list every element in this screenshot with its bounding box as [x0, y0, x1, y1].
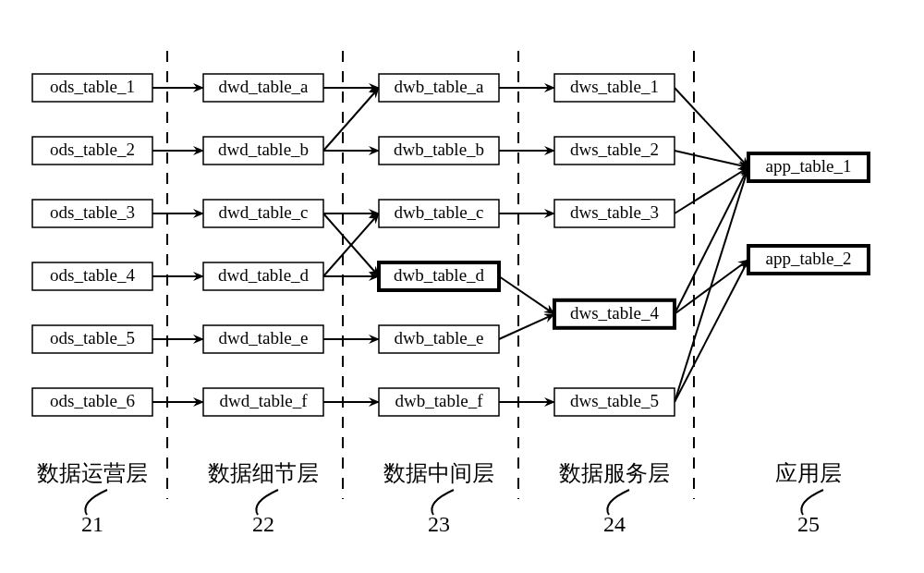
svg-text:dwd_table_d: dwd_table_d	[218, 265, 310, 285]
node-ods_table_4: ods_table_4	[32, 262, 152, 290]
layer-num-ods: 21	[81, 512, 103, 536]
svg-text:dwd_table_f: dwd_table_f	[220, 391, 309, 410]
edge-dws.4-app.0	[675, 167, 748, 402]
svg-text:dwb_table_a: dwb_table_a	[394, 77, 484, 96]
edge-dws.4-app.1	[675, 260, 748, 402]
node-dws_table_3: dws_table_3	[554, 200, 675, 227]
node-ods_table_3: ods_table_3	[32, 200, 152, 227]
node-dwb_table_d: dwb_table_d	[379, 262, 499, 290]
svg-text:dwb_table_d: dwb_table_d	[394, 265, 485, 285]
node-ods_table_1: ods_table_1	[32, 74, 152, 102]
leader-dwd	[256, 490, 278, 515]
svg-text:ods_table_3: ods_table_3	[50, 202, 135, 222]
edge-dwb.4-dws.3	[499, 314, 554, 339]
node-ods_table_6: ods_table_6	[32, 388, 152, 416]
layer-num-dws: 24	[603, 512, 626, 536]
node-ods_table_2: ods_table_2	[32, 137, 152, 165]
svg-text:dwd_table_a: dwd_table_a	[218, 77, 309, 96]
node-dwb_table_e: dwb_table_e	[379, 325, 499, 353]
node-app_table_1: app_table_1	[748, 153, 869, 181]
layer-num-dwb: 23	[428, 512, 450, 536]
edge-dwb.3-dws.3	[499, 276, 554, 314]
svg-text:dws_table_3: dws_table_3	[570, 202, 659, 222]
svg-text:ods_table_2: ods_table_2	[50, 140, 135, 159]
node-dwb_table_c: dwb_table_c	[379, 200, 499, 227]
svg-text:dws_table_1: dws_table_1	[570, 77, 659, 96]
svg-text:dwd_table_b: dwd_table_b	[218, 140, 309, 159]
node-dwd_table_f: dwd_table_f	[203, 388, 323, 416]
svg-text:ods_table_6: ods_table_6	[50, 391, 135, 410]
svg-text:ods_table_1: ods_table_1	[50, 77, 135, 96]
node-dws_table_2: dws_table_2	[554, 137, 675, 165]
layer-label-dws: 数据服务层	[559, 461, 670, 485]
layer-label-dwd: 数据细节层	[208, 461, 319, 485]
edges	[152, 88, 748, 402]
layer-num-app: 25	[797, 512, 820, 536]
svg-text:dws_table_5: dws_table_5	[570, 391, 659, 410]
svg-text:app_table_2: app_table_2	[766, 249, 852, 268]
svg-text:dwb_table_c: dwb_table_c	[394, 202, 483, 222]
svg-text:app_table_1: app_table_1	[766, 156, 852, 176]
leader-dwb	[432, 490, 454, 515]
edge-dws.0-app.0	[675, 88, 748, 167]
svg-text:dwb_table_f: dwb_table_f	[395, 391, 484, 410]
flow-diagram: ods_table_1ods_table_2ods_table_3ods_tab…	[0, 0, 924, 573]
node-dwd_table_a: dwd_table_a	[203, 74, 323, 102]
node-dws_table_1: dws_table_1	[554, 74, 675, 102]
node-ods_table_5: ods_table_5	[32, 325, 152, 353]
node-app_table_2: app_table_2	[748, 246, 869, 274]
leader-dws	[607, 490, 629, 515]
node-dwb_table_a: dwb_table_a	[379, 74, 499, 102]
edge-dws.1-app.0	[675, 151, 748, 167]
nodes: ods_table_1ods_table_2ods_table_3ods_tab…	[32, 74, 869, 416]
node-dwd_table_d: dwd_table_d	[203, 262, 323, 290]
svg-text:dwd_table_c: dwd_table_c	[218, 202, 308, 222]
svg-text:dws_table_4: dws_table_4	[570, 303, 660, 323]
node-dws_table_4: dws_table_4	[554, 300, 675, 328]
edge-dwd.1-dwb.0	[323, 88, 379, 151]
node-dwd_table_b: dwd_table_b	[203, 137, 323, 165]
node-dwd_table_e: dwd_table_e	[203, 325, 323, 353]
leader-app	[801, 490, 823, 515]
node-dws_table_5: dws_table_5	[554, 388, 675, 416]
layer-label-app: 应用层	[775, 461, 842, 485]
node-dwb_table_f: dwb_table_f	[379, 388, 499, 416]
layer-labels: 数据运营层21数据细节层22数据中间层23数据服务层24应用层25	[37, 461, 842, 536]
node-dwb_table_b: dwb_table_b	[379, 137, 499, 165]
layer-num-dwd: 22	[252, 512, 274, 536]
node-dwd_table_c: dwd_table_c	[203, 200, 323, 227]
svg-text:dws_table_2: dws_table_2	[570, 140, 659, 159]
svg-text:ods_table_5: ods_table_5	[50, 328, 135, 347]
svg-text:dwb_table_b: dwb_table_b	[394, 140, 484, 159]
svg-text:dwb_table_e: dwb_table_e	[394, 328, 483, 347]
layer-label-ods: 数据运营层	[37, 461, 148, 485]
svg-text:dwd_table_e: dwd_table_e	[218, 328, 308, 347]
layer-label-dwb: 数据中间层	[383, 461, 494, 485]
leader-ods	[85, 490, 107, 515]
edge-dws.3-app.0	[675, 167, 748, 314]
svg-text:ods_table_4: ods_table_4	[50, 265, 135, 285]
